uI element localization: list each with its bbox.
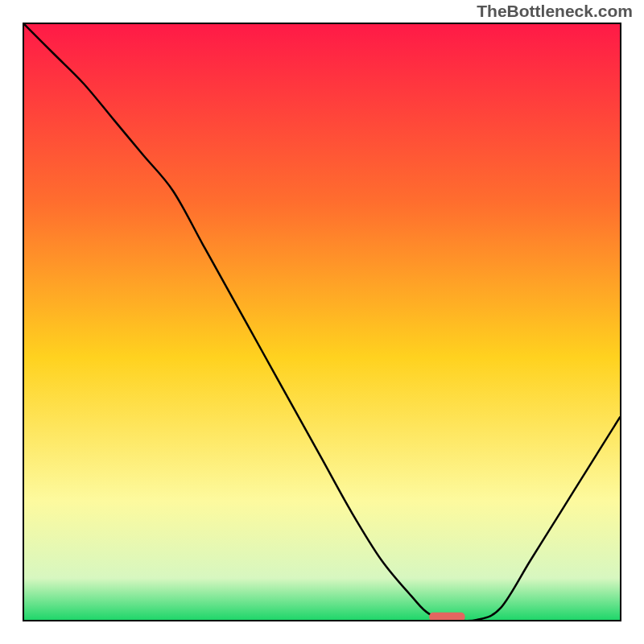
gradient-background: [24, 24, 620, 620]
chart-svg: [24, 24, 620, 620]
optimal-marker: [429, 613, 464, 620]
plot-area: [24, 24, 620, 620]
watermark-text: TheBottleneck.com: [477, 2, 633, 21]
plot-frame: [23, 23, 621, 621]
chart-container: TheBottleneck.com: [0, 0, 644, 644]
